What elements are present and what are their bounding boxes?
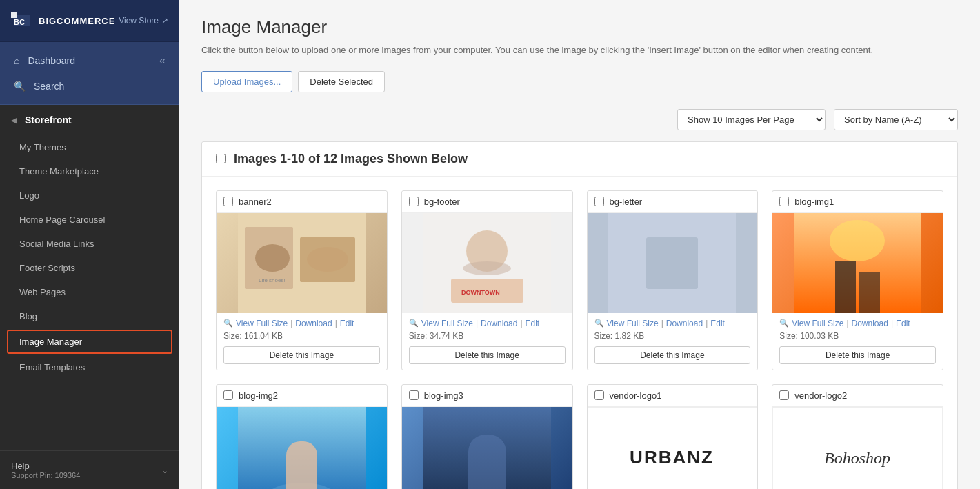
image-card: vendor-logo1 URBANZ 🔍 View Full Size | xyxy=(587,384,759,490)
view-full-size-link[interactable]: View Full Size xyxy=(607,319,659,328)
delete-image-button[interactable]: Delete this Image xyxy=(594,346,751,364)
sidebar-header: BC BIGCOMMERCE View Store ↗ xyxy=(0,0,179,42)
svg-point-18 xyxy=(830,220,885,261)
brand-name-text: BIGCOMMERCE xyxy=(39,16,115,26)
svg-rect-23 xyxy=(286,441,317,490)
image-card: blog-img2 xyxy=(216,384,388,490)
image-size: Size: 1.82 KB xyxy=(594,331,751,341)
footer-chevron-icon[interactable]: ⌄ xyxy=(161,466,168,475)
home-icon: ⌂ xyxy=(14,55,19,66)
delete-selected-button[interactable]: Delete Selected xyxy=(298,71,385,92)
image-checkbox[interactable] xyxy=(594,197,604,206)
svg-point-6 xyxy=(255,244,290,272)
delete-image-button[interactable]: Delete this Image xyxy=(779,346,936,364)
svg-marker-2 xyxy=(11,12,17,18)
support-pin: Support Pin: 109364 xyxy=(11,471,80,479)
svg-rect-20 xyxy=(859,272,880,313)
images-grid: banner2 Life shoes! xyxy=(202,177,957,490)
view-full-size-link[interactable]: View Full Size xyxy=(236,319,288,328)
image-size: Size: 161.04 KB xyxy=(223,331,380,341)
image-checkbox[interactable] xyxy=(409,197,419,206)
download-link[interactable]: Download xyxy=(852,319,888,328)
view-full-size-link[interactable]: View Full Size xyxy=(421,319,473,328)
image-actions: 🔍 View Full Size | Download | Edit Size:… xyxy=(588,313,758,370)
image-actions: 🔍 View Full Size | Download | Edit Size:… xyxy=(217,313,387,370)
image-checkbox[interactable] xyxy=(223,390,233,400)
bigcommerce-logo-icon: BC xyxy=(11,10,33,32)
svg-rect-19 xyxy=(835,261,856,313)
image-checkbox[interactable] xyxy=(779,390,789,400)
svg-rect-15 xyxy=(646,237,698,289)
image-checkbox[interactable] xyxy=(223,197,233,206)
sidebar-item-logo[interactable]: Logo xyxy=(0,183,179,208)
image-name: bg-letter xyxy=(610,197,643,207)
search-icon: 🔍 xyxy=(14,81,26,92)
sidebar-item-web-pages[interactable]: Web Pages xyxy=(0,280,179,304)
image-name: vendor-logo1 xyxy=(610,390,662,401)
storefront-arrow-icon: ◀ xyxy=(11,117,17,124)
download-link[interactable]: Download xyxy=(481,319,517,328)
sidebar-item-blog[interactable]: Blog xyxy=(0,304,179,328)
image-name: bg-footer xyxy=(424,197,460,207)
image-actions: 🔍 View Full Size | Download | Edit Size:… xyxy=(772,313,943,370)
help-label: Help xyxy=(11,461,80,471)
sidebar-item-theme-marketplace[interactable]: Theme Marketplace xyxy=(0,159,179,183)
image-name: blog-img3 xyxy=(424,390,463,401)
download-link[interactable]: Download xyxy=(295,319,332,328)
image-name: vendor-logo2 xyxy=(794,390,847,401)
edit-link[interactable]: Edit xyxy=(340,319,354,328)
sidebar-top-nav: ⌂ Dashboard « 🔍 Search xyxy=(0,42,179,105)
delete-image-button[interactable]: Delete this Image xyxy=(223,346,380,364)
image-preview xyxy=(588,213,758,313)
edit-link[interactable]: Edit xyxy=(526,319,540,328)
sidebar-item-my-themes[interactable]: My Themes xyxy=(0,135,179,159)
upload-images-button[interactable]: Upload Images... xyxy=(201,71,292,92)
image-name: banner2 xyxy=(239,197,272,207)
page-title: Image Manager xyxy=(201,17,958,38)
image-card: blog-img1 xyxy=(772,190,943,370)
image-preview: Bohoshop xyxy=(772,407,943,490)
image-checkbox[interactable] xyxy=(594,390,604,400)
storefront-section-header[interactable]: ◀ Storefront xyxy=(0,105,179,135)
image-size: Size: 100.03 KB xyxy=(779,331,936,341)
image-card: bg-footer DOWNTOWN xyxy=(401,190,573,370)
sidebar-item-home-page-carousel[interactable]: Home Page Carousel xyxy=(0,208,179,232)
sort-select[interactable]: Sort by Name (A-Z) Sort by Name (Z-A) So… xyxy=(834,109,958,130)
download-link[interactable]: Download xyxy=(666,319,703,328)
image-checkbox[interactable] xyxy=(779,197,789,206)
sidebar-item-email-templates[interactable]: Email Templates xyxy=(0,355,179,379)
select-all-checkbox[interactable] xyxy=(216,154,226,163)
image-name: blog-img2 xyxy=(239,390,278,401)
image-preview xyxy=(402,407,572,490)
edit-link[interactable]: Edit xyxy=(710,319,725,328)
sidebar-item-footer-scripts[interactable]: Footer Scripts xyxy=(0,256,179,280)
sidebar-item-image-manager[interactable]: Image Manager xyxy=(7,330,172,354)
image-preview: URBANZ xyxy=(588,407,758,490)
sidebar-item-search[interactable]: 🔍 Search xyxy=(0,74,179,99)
svg-text:URBANZ: URBANZ xyxy=(630,447,714,468)
controls-row: Show 10 Images Per Page Show 25 Images P… xyxy=(201,109,958,130)
image-name: blog-img1 xyxy=(794,197,834,207)
images-section-header: Images 1-10 of 12 Images Shown Below xyxy=(202,142,957,177)
svg-text:Bohoshop: Bohoshop xyxy=(824,449,890,467)
image-checkbox[interactable] xyxy=(409,390,419,400)
view-store-link[interactable]: View Store ↗ xyxy=(119,16,168,26)
delete-image-button[interactable]: Delete this Image xyxy=(409,346,566,364)
magnify-icon: 🔍 xyxy=(223,319,233,328)
image-preview xyxy=(217,407,387,490)
svg-text:BC: BC xyxy=(14,18,25,26)
svg-rect-28 xyxy=(794,407,921,490)
view-full-size-link[interactable]: View Full Size xyxy=(792,319,843,328)
sidebar-section-storefront: ◀ Storefront My Themes Theme Marketplace… xyxy=(0,105,179,450)
svg-text:DOWNTOWN: DOWNTOWN xyxy=(461,289,500,296)
svg-point-11 xyxy=(463,261,511,275)
image-actions: 🔍 View Full Size | Download | Edit Size:… xyxy=(402,313,572,370)
per-page-select[interactable]: Show 10 Images Per Page Show 25 Images P… xyxy=(677,109,826,130)
magnify-icon: 🔍 xyxy=(409,319,419,328)
brand-logo: BC BIGCOMMERCE xyxy=(11,10,115,32)
sidebar-item-social-media-links[interactable]: Social Media Links xyxy=(0,232,179,256)
edit-link[interactable]: Edit xyxy=(896,319,910,328)
sidebar-item-dashboard[interactable]: ⌂ Dashboard « xyxy=(0,48,179,74)
collapse-icon[interactable]: « xyxy=(159,54,166,67)
image-preview: Life shoes! xyxy=(217,213,387,313)
